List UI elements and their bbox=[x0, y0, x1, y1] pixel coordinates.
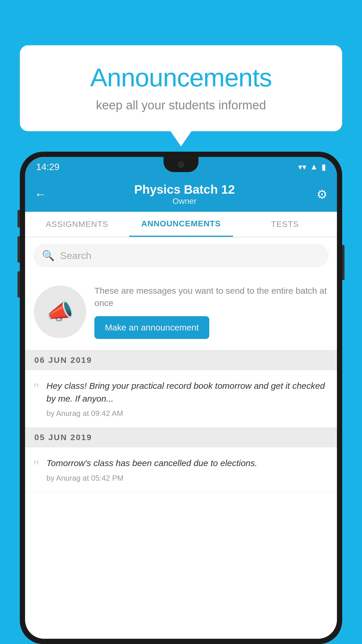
back-button[interactable]: ← bbox=[34, 187, 47, 201]
tab-tests[interactable]: TESTS bbox=[233, 212, 337, 237]
status-time: 14:29 bbox=[36, 162, 59, 172]
status-icons: ▾▾ ▲ ▮ bbox=[298, 162, 326, 172]
settings-button[interactable]: ⚙ bbox=[317, 187, 328, 202]
signal-icon: ▲ bbox=[310, 162, 318, 172]
announcement-content-2: Tomorrow's class has been cancelled due … bbox=[46, 457, 329, 483]
date-separator-1: 06 JUN 2019 bbox=[25, 350, 337, 370]
wifi-icon: ▾▾ bbox=[298, 162, 306, 172]
camera bbox=[178, 161, 184, 168]
speech-bubble: Announcements keep all your students inf… bbox=[20, 45, 342, 131]
phone-outer: 14:29 ▾▾ ▲ ▮ ← Physics Batch 12 Owner ⚙ bbox=[20, 152, 342, 644]
promo-icon-circle: 📣 bbox=[34, 286, 86, 338]
announcement-text-1: Hey class! Bring your practical record b… bbox=[46, 379, 329, 405]
bubble-subtitle: keep all your students informed bbox=[34, 98, 328, 112]
announcement-meta-2: by Anurag at 05:42 PM bbox=[46, 474, 329, 483]
app-header: ← Physics Batch 12 Owner ⚙ bbox=[25, 177, 337, 212]
announcement-promo: 📣 These are messages you want to send to… bbox=[25, 274, 337, 350]
promo-content: These are messages you want to send to t… bbox=[94, 285, 328, 339]
announcement-content-1: Hey class! Bring your practical record b… bbox=[46, 379, 329, 418]
announcement-item-2: " Tomorrow's class has been cancelled du… bbox=[25, 447, 337, 492]
tab-assignments[interactable]: ASSIGNMENTS bbox=[25, 212, 129, 237]
make-announcement-button[interactable]: Make an announcement bbox=[94, 316, 209, 339]
side-btn-power bbox=[342, 245, 345, 280]
promo-description: These are messages you want to send to t… bbox=[94, 285, 328, 309]
header-subtitle: Owner bbox=[52, 197, 317, 206]
announcement-text-2: Tomorrow's class has been cancelled due … bbox=[46, 457, 329, 470]
header-center: Physics Batch 12 Owner bbox=[52, 183, 317, 206]
quote-icon-1: " bbox=[33, 381, 39, 396]
tab-announcements[interactable]: ANNOUNCEMENTS bbox=[129, 212, 233, 237]
search-box[interactable]: 🔍 Search bbox=[33, 244, 329, 267]
search-container: 🔍 Search bbox=[25, 237, 337, 274]
search-icon: 🔍 bbox=[42, 250, 55, 262]
megaphone-icon: 📣 bbox=[46, 299, 74, 325]
announcement-meta-1: by Anurag at 09:42 AM bbox=[46, 409, 329, 418]
phone-wrapper: 14:29 ▾▾ ▲ ▮ ← Physics Batch 12 Owner ⚙ bbox=[20, 152, 342, 644]
quote-icon-2: " bbox=[33, 459, 39, 474]
header-title: Physics Batch 12 bbox=[52, 183, 317, 197]
speech-bubble-container: Announcements keep all your students inf… bbox=[20, 45, 342, 131]
search-placeholder: Search bbox=[60, 250, 92, 261]
bubble-title: Announcements bbox=[34, 63, 328, 92]
side-btn-volume-down2 bbox=[17, 271, 20, 298]
tabs-bar: ASSIGNMENTS ANNOUNCEMENTS TESTS bbox=[25, 212, 337, 237]
phone-screen: 14:29 ▾▾ ▲ ▮ ← Physics Batch 12 Owner ⚙ bbox=[25, 157, 337, 639]
side-btn-volume-up bbox=[17, 210, 20, 228]
announcement-item-1: " Hey class! Bring your practical record… bbox=[25, 370, 337, 428]
battery-icon: ▮ bbox=[321, 162, 326, 172]
status-bar: 14:29 ▾▾ ▲ ▮ bbox=[25, 157, 337, 177]
notch bbox=[164, 157, 198, 172]
date-separator-2: 05 JUN 2019 bbox=[25, 428, 337, 447]
side-btn-volume-down bbox=[17, 236, 20, 262]
